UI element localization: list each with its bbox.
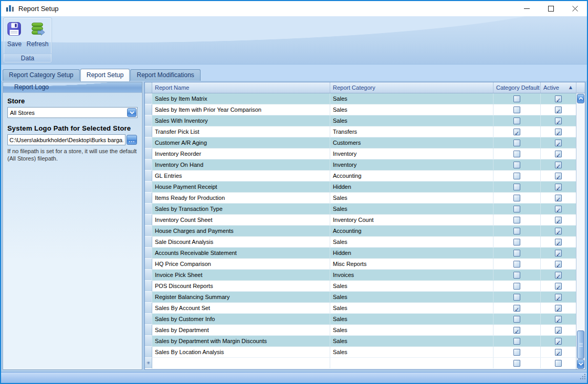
scroll-up-button[interactable] (577, 94, 584, 103)
table-row[interactable]: Sales by Item Matrix Sales (145, 93, 576, 104)
browse-button[interactable]: ... (127, 135, 137, 145)
cell-report-name[interactable]: Transfer Pick List (152, 126, 330, 137)
cell-report-category[interactable]: Sales (330, 314, 494, 324)
tab-report-category-setup[interactable]: Report Category Setup (3, 69, 80, 81)
cell-report-category[interactable]: Sales (330, 336, 494, 346)
active-checkbox[interactable] (555, 140, 562, 146)
active-checkbox[interactable] (555, 360, 562, 367)
category-default-checkbox[interactable] (513, 239, 520, 246)
active-checkbox[interactable] (555, 239, 562, 246)
row-indicator[interactable] (145, 126, 152, 137)
table-row[interactable]: Inventory On Hand Inventory (145, 159, 576, 170)
cell-report-category[interactable]: Inventory (330, 148, 494, 159)
table-row[interactable]: Items Ready for Production Sales (145, 193, 576, 204)
table-row[interactable]: Sales by Item with Prior Year Comparison… (145, 104, 576, 115)
cell-report-name[interactable]: Items Ready for Production (152, 193, 330, 203)
cell-report-name[interactable]: Inventory Count Sheet (152, 215, 330, 225)
row-indicator[interactable] (145, 115, 152, 126)
cell-report-name[interactable]: Inventory On Hand (152, 159, 330, 170)
active-checkbox[interactable] (555, 184, 562, 190)
cell-report-name[interactable]: Sales by Transaction Type (152, 204, 330, 214)
row-indicator[interactable] (145, 226, 152, 237)
column-header-report-category[interactable]: Report Category (330, 82, 494, 93)
category-default-checkbox[interactable] (513, 338, 520, 345)
category-default-checkbox[interactable] (513, 349, 520, 356)
new-row[interactable]: ✳ (145, 358, 576, 369)
save-button[interactable]: Save (5, 20, 24, 49)
resize-grip-icon[interactable] (579, 372, 586, 382)
cell-report-category[interactable]: Inventory Count (330, 215, 494, 225)
column-header-active[interactable]: Active ▲ (541, 82, 576, 93)
active-checkbox[interactable] (555, 338, 562, 345)
category-default-checkbox[interactable] (513, 106, 520, 113)
cell-report-category[interactable]: Sales (330, 93, 494, 104)
category-default-checkbox[interactable] (513, 217, 520, 223)
category-default-checkbox[interactable] (513, 95, 520, 102)
tab-report-setup[interactable]: Report Setup (80, 69, 130, 81)
active-checkbox[interactable] (555, 106, 562, 113)
cell-report-category[interactable]: Sales (330, 347, 494, 357)
cell-report-category[interactable]: Sales (330, 292, 494, 302)
category-default-checkbox[interactable] (513, 162, 520, 168)
cell-report-category[interactable]: Sales (330, 237, 494, 247)
row-indicator[interactable] (145, 182, 152, 193)
cell-report-name[interactable] (152, 358, 330, 368)
active-checkbox[interactable] (555, 327, 562, 334)
category-default-checkbox[interactable] (513, 250, 520, 257)
category-default-checkbox[interactable] (513, 151, 520, 157)
cell-report-name[interactable]: Sales By Account Set (152, 303, 330, 313)
cell-report-name[interactable]: Sales by Item Matrix (152, 93, 330, 104)
active-checkbox[interactable] (555, 95, 562, 102)
maximize-button[interactable] (539, 1, 563, 16)
table-row[interactable]: POS Discount Reports Sales (145, 281, 576, 292)
column-header-category-default[interactable]: Category Default (494, 82, 541, 93)
chevron-down-icon[interactable] (127, 108, 136, 117)
cell-report-category[interactable]: Sales (330, 303, 494, 313)
cell-report-category[interactable]: Hidden (330, 248, 494, 258)
table-row[interactable]: Sale Discount Analysis Sales (145, 237, 576, 248)
category-default-checkbox[interactable] (513, 261, 520, 268)
cell-report-name[interactable]: Sales by Item with Prior Year Comparison (152, 104, 330, 115)
cell-report-name[interactable]: House Payment Receipt (152, 182, 330, 192)
active-checkbox[interactable] (555, 294, 562, 301)
scrollbar-thumb[interactable] (577, 330, 584, 359)
active-checkbox[interactable] (555, 162, 562, 168)
cell-report-name[interactable]: Sales By Location Analysis (152, 347, 330, 357)
cell-report-name[interactable]: GL Entries (152, 170, 330, 181)
row-indicator[interactable] (145, 314, 152, 325)
row-indicator[interactable] (145, 237, 152, 248)
cell-report-name[interactable]: POS Discount Reports (152, 281, 330, 291)
table-row[interactable]: Sales With Inventory Sales (145, 115, 576, 126)
category-default-checkbox[interactable] (513, 129, 520, 135)
table-row[interactable]: Inventory Count Sheet Inventory Count (145, 215, 576, 226)
active-checkbox[interactable] (555, 129, 562, 135)
cell-report-name[interactable]: Sale Discount Analysis (152, 237, 330, 247)
cell-report-category[interactable]: Sales (330, 104, 494, 115)
cell-report-name[interactable]: Accounts Receivable Statement (152, 248, 330, 258)
scroll-down-button[interactable] (577, 359, 584, 369)
table-row[interactable]: Sales by Customer Info Sales (145, 314, 576, 325)
cell-report-name[interactable]: Sales by Department (152, 325, 330, 335)
active-checkbox[interactable] (555, 195, 562, 201)
category-default-checkbox[interactable] (513, 294, 520, 301)
category-default-checkbox[interactable] (513, 184, 520, 190)
category-default-checkbox[interactable] (513, 283, 520, 290)
active-checkbox[interactable] (555, 283, 562, 290)
cell-report-category[interactable]: Hidden (330, 182, 494, 192)
row-indicator[interactable] (145, 204, 152, 215)
table-row[interactable]: Sales by Transaction Type Sales (145, 204, 576, 215)
table-row[interactable]: Register Balancing Summary Sales (145, 292, 576, 303)
active-checkbox[interactable] (555, 173, 562, 179)
cell-report-category[interactable]: Sales (330, 325, 494, 335)
active-checkbox[interactable] (555, 316, 562, 323)
category-default-checkbox[interactable] (513, 305, 520, 312)
cell-report-name[interactable]: Register Balancing Summary (152, 292, 330, 302)
active-checkbox[interactable] (555, 349, 562, 356)
table-row[interactable]: Sales By Account Set Sales (145, 303, 576, 314)
refresh-button[interactable]: Refresh (25, 20, 50, 49)
row-indicator[interactable] (145, 248, 152, 259)
row-indicator[interactable] (145, 215, 152, 226)
table-row[interactable]: Transfer Pick List Transfers (145, 126, 576, 137)
table-row[interactable]: Customer A/R Aging Customers (145, 137, 576, 148)
cell-report-category[interactable]: Accounting (330, 170, 494, 181)
